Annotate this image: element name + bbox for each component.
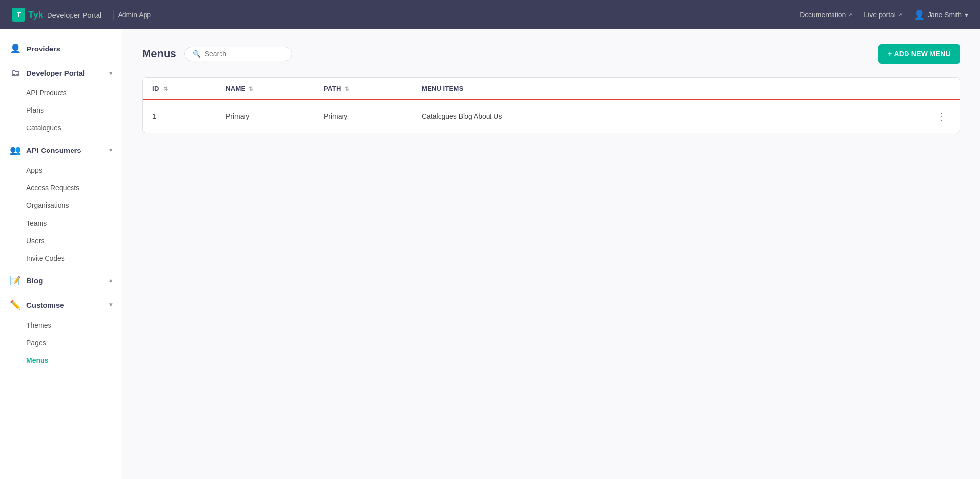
sidebar: 👤 Providers 🗂 Developer Portal ▾ API Pro… <box>0 29 122 479</box>
top-navigation: T Tyk Developer Portal Admin App Documen… <box>0 0 980 29</box>
search-icon: 🔍 <box>193 50 201 58</box>
sidebar-item-themes[interactable]: Themes <box>0 316 122 334</box>
customise-icon: ✏️ <box>10 300 21 310</box>
sidebar-label-api-consumers: API Consumers <box>26 146 81 154</box>
sidebar-item-teams[interactable]: Teams <box>0 214 122 232</box>
chevron-icon-4: ▾ <box>109 302 112 308</box>
sidebar-item-apps[interactable]: Apps <box>0 161 122 179</box>
sidebar-item-menus[interactable]: Menus <box>0 352 122 369</box>
developer-portal-icon: 🗂 <box>10 68 21 78</box>
main-content: Menus 🔍 + ADD NEW MENU ID ⇅ <box>122 29 980 479</box>
sidebar-item-access-requests[interactable]: Access Requests <box>0 179 122 197</box>
documentation-link[interactable]: Documentation ↗ <box>800 11 852 19</box>
cell-id: 1 <box>143 100 216 133</box>
providers-icon: 👤 <box>10 43 21 54</box>
sidebar-section-blog: 📝 Blog ▴ <box>0 269 122 292</box>
table-row[interactable]: 1 Primary Primary Catalogues Blog About … <box>143 100 960 133</box>
sidebar-label-blog: Blog <box>26 277 43 285</box>
sidebar-section-api-consumers: 👥 API Consumers ▾ Apps Access Requests O… <box>0 139 122 267</box>
api-consumers-icon: 👥 <box>10 145 21 155</box>
col-header-path[interactable]: PATH ⇅ <box>314 78 412 100</box>
row-actions-button[interactable]: ⋮ <box>932 108 950 124</box>
sidebar-item-pages[interactable]: Pages <box>0 334 122 352</box>
sidebar-label-customise: Customise <box>26 301 64 309</box>
user-name: Jane Smith <box>928 11 962 19</box>
menus-table: ID ⇅ NAME ⇅ PATH ⇅ MENU ITEMS <box>143 78 960 133</box>
user-menu[interactable]: 👤 Jane Smith ▾ <box>914 9 968 20</box>
tyk-portal-text: Developer Portal <box>47 11 102 19</box>
col-header-actions <box>923 78 960 100</box>
page-title-area: Menus 🔍 <box>142 47 292 61</box>
sidebar-item-plans[interactable]: Plans <box>0 101 122 119</box>
topnav-right: Documentation ↗ Live portal ↗ 👤 Jane Smi… <box>800 9 968 20</box>
sidebar-item-providers[interactable]: 👤 Providers <box>0 37 122 60</box>
sidebar-item-api-consumers[interactable]: 👥 API Consumers ▾ <box>0 139 122 161</box>
sort-icon-path: ⇅ <box>345 86 349 92</box>
table-body: 1 Primary Primary Catalogues Blog About … <box>143 100 960 133</box>
main-layout: 👤 Providers 🗂 Developer Portal ▾ API Pro… <box>0 0 980 479</box>
sort-icon-id: ⇅ <box>163 86 168 92</box>
sidebar-section-developer-portal: 🗂 Developer Portal ▾ API Products Plans … <box>0 62 122 137</box>
chevron-icon-3: ▴ <box>109 277 112 284</box>
page-title: Menus <box>142 48 176 60</box>
add-new-menu-button[interactable]: + ADD NEW MENU <box>878 44 960 64</box>
sidebar-item-users[interactable]: Users <box>0 232 122 250</box>
cell-path: Primary <box>314 100 412 133</box>
sidebar-item-organisations[interactable]: Organisations <box>0 197 122 214</box>
search-box[interactable]: 🔍 <box>184 47 292 61</box>
chevron-icon: ▾ <box>109 70 112 76</box>
page-header: Menus 🔍 + ADD NEW MENU <box>142 44 960 64</box>
sidebar-section-customise: ✏️ Customise ▾ Themes Pages Menus <box>0 294 122 369</box>
sidebar-item-developer-portal[interactable]: 🗂 Developer Portal ▾ <box>0 62 122 84</box>
tyk-logo-text: Tyk <box>28 10 43 20</box>
topnav-left: T Tyk Developer Portal Admin App <box>12 8 155 22</box>
table-header: ID ⇅ NAME ⇅ PATH ⇅ MENU ITEMS <box>143 78 960 100</box>
sidebar-sub-developer-portal: API Products Plans Catalogues <box>0 84 122 137</box>
live-portal-link[interactable]: Live portal ↗ <box>864 11 902 19</box>
sidebar-item-catalogues[interactable]: Catalogues <box>0 119 122 137</box>
chevron-icon-2: ▾ <box>109 147 112 153</box>
sidebar-section-providers: 👤 Providers <box>0 37 122 60</box>
external-link-icon: ↗ <box>848 12 852 18</box>
sidebar-label-providers: Providers <box>26 45 60 53</box>
sidebar-label-developer-portal: Developer Portal <box>26 69 85 77</box>
cell-menu-items: Catalogues Blog About Us <box>412 100 923 133</box>
search-input[interactable] <box>205 50 283 58</box>
cell-name: Primary <box>216 100 314 133</box>
menus-table-container: ID ⇅ NAME ⇅ PATH ⇅ MENU ITEMS <box>142 77 960 133</box>
sidebar-item-customise[interactable]: ✏️ Customise ▾ <box>0 294 122 316</box>
sidebar-item-api-products[interactable]: API Products <box>0 84 122 101</box>
sidebar-item-invite-codes[interactable]: Invite Codes <box>0 250 122 267</box>
col-header-id[interactable]: ID ⇅ <box>143 78 216 100</box>
admin-app-badge: Admin App <box>113 10 155 20</box>
sidebar-sub-customise: Themes Pages Menus <box>0 316 122 369</box>
sidebar-item-blog[interactable]: 📝 Blog ▴ <box>0 269 122 292</box>
cell-actions: ⋮ <box>923 100 960 133</box>
sidebar-sub-api-consumers: Apps Access Requests Organisations Teams… <box>0 161 122 267</box>
col-header-name[interactable]: NAME ⇅ <box>216 78 314 100</box>
external-link-icon-2: ↗ <box>898 12 902 18</box>
tyk-logo[interactable]: T Tyk Developer Portal <box>12 8 101 22</box>
user-icon: 👤 <box>914 9 925 20</box>
blog-icon: 📝 <box>10 275 21 286</box>
col-header-menu-items: MENU ITEMS <box>412 78 923 100</box>
tyk-logo-icon: T <box>12 8 25 22</box>
chevron-down-icon: ▾ <box>965 11 968 19</box>
sort-icon-name: ⇅ <box>249 86 253 92</box>
